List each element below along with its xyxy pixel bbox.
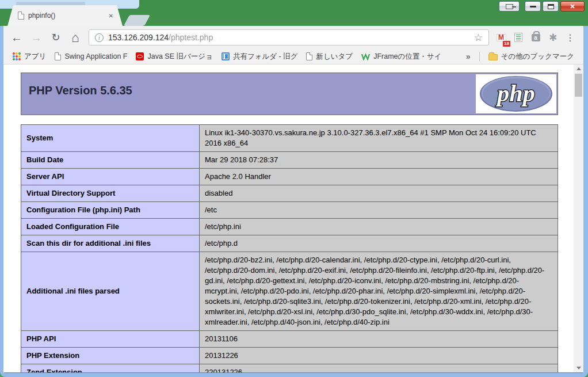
oracle-icon <box>136 52 144 60</box>
table-row: Scan this dir for additional .ini files/… <box>21 235 558 252</box>
table-row: Server APIApache 2.0 Handler <box>21 169 558 185</box>
bookmark-item[interactable]: 新しいタブ <box>303 51 356 63</box>
phpinfo-table: SystemLinux ik1-340-30370.vs.sakura.ne.j… <box>21 124 558 372</box>
table-row: Additional .ini files parsed/etc/php.d/2… <box>21 252 558 331</box>
scroll-down-button[interactable] <box>574 364 583 372</box>
php-logo-text: php <box>495 80 534 106</box>
forward-icon: → <box>30 31 42 44</box>
bookmark-item[interactable]: 共有フォルダ - 旧グ <box>218 51 301 63</box>
table-row: Virtual Directory Supportdisabled <box>21 185 558 202</box>
kebab-menu-icon: ⋮ <box>566 32 575 43</box>
bookmarks-bar: アプリ Swing Application F Java SE 旧バージョ 共有… <box>3 49 583 64</box>
phpinfo-content: PHP Version 5.6.35 php SystemLinux ik1-3… <box>21 73 558 372</box>
browser-window: ← → ↻ ⌂ i 153.126.209.124/phptest.php ☆ … <box>0 26 588 377</box>
shopping-extension-button[interactable]: a <box>528 30 543 45</box>
tab-title: phpinfo() <box>28 12 105 20</box>
table-row: SystemLinux ik1-340-30370.vs.sakura.ne.j… <box>21 125 558 152</box>
browser-tab[interactable]: phpinfo() ✕ <box>7 5 123 26</box>
phpinfo-header: PHP Version 5.6.35 php <box>21 73 558 115</box>
window-controls: ✕ <box>499 1 585 12</box>
browser-titlebar: ✕ phpinfo() ✕ <box>0 0 588 26</box>
table-row: Configuration File (php.ini) Path/etc <box>21 202 558 219</box>
table-row: Loaded Configuration File/etc/php.ini <box>21 219 558 235</box>
table-row: Build DateMar 29 2018 07:28:37 <box>21 152 558 169</box>
new-tab-button[interactable] <box>124 15 150 26</box>
bookmark-item[interactable]: Java SE 旧バージョ <box>132 51 216 63</box>
scrollbar-thumb[interactable] <box>575 74 582 97</box>
browser-toolbar: ← → ↻ ⌂ i 153.126.209.124/phptest.php ☆ … <box>3 26 583 49</box>
list-extension-button[interactable] <box>511 30 526 45</box>
php-logo: php <box>476 74 556 113</box>
tab-favicon-page-icon <box>18 12 24 20</box>
close-icon: ✕ <box>570 3 575 10</box>
url-path: /phptest.php <box>169 33 213 42</box>
shopping-bag-icon: a <box>532 34 540 41</box>
bookmark-label: Swing Application F <box>64 52 127 60</box>
table-row: Zend Extension220131226 <box>21 364 558 373</box>
other-bookmarks-button[interactable]: その他のブックマーク <box>485 51 578 63</box>
tab-close-icon[interactable]: ✕ <box>109 13 113 19</box>
page-icon <box>306 52 312 60</box>
other-bookmarks-label: その他のブックマーク <box>501 52 574 62</box>
scroll-up-button[interactable] <box>574 64 583 73</box>
reload-icon: ↻ <box>51 31 60 44</box>
desktop: ✕ phpinfo() ✕ ← → ↻ ⌂ i 153.126.209.124/… <box>0 0 588 377</box>
close-window-button[interactable]: ✕ <box>560 1 585 12</box>
reload-button[interactable]: ↻ <box>47 29 64 46</box>
bookmark-label: Java SE 旧バージョ <box>147 52 212 62</box>
list-document-icon <box>514 33 522 42</box>
page-info-icon[interactable]: i <box>95 33 104 42</box>
bookmark-label: JFrameの位置・サイ <box>373 52 441 62</box>
gmail-extension-button[interactable]: M 18 <box>494 30 509 45</box>
page-icon <box>55 52 61 60</box>
table-row: PHP API20131106 <box>21 331 558 348</box>
antivirus-icon: ✱ <box>549 32 557 44</box>
star-icon: ☆ <box>474 32 483 43</box>
folder-icon <box>488 54 498 60</box>
apps-shortcut[interactable]: アプリ <box>9 51 49 63</box>
url-host: 153.126.209.124 <box>108 33 169 42</box>
bookmarks-overflow-button[interactable]: » <box>463 52 474 61</box>
apps-grid-icon <box>13 52 21 60</box>
maximize-icon <box>548 4 554 9</box>
blue-grid-icon <box>222 52 230 60</box>
url-text[interactable]: 153.126.209.124/phptest.php <box>108 33 469 42</box>
bookmark-star-button[interactable]: ☆ <box>474 32 483 44</box>
home-button[interactable]: ⌂ <box>67 29 84 46</box>
bookmarks-divider <box>479 52 480 61</box>
minimize-button[interactable] <box>525 1 541 12</box>
back-icon: ← <box>11 31 22 44</box>
antivirus-extension-button[interactable]: ✱ <box>545 30 560 45</box>
bookmark-label: 新しいタブ <box>316 52 353 62</box>
jframe-icon <box>361 53 370 60</box>
utility-window-button[interactable] <box>499 1 520 12</box>
home-icon: ⌂ <box>71 30 79 45</box>
apps-label: アプリ <box>24 52 46 62</box>
back-button[interactable]: ← <box>8 29 25 46</box>
table-row: PHP Extension20131226 <box>21 348 558 364</box>
triangle-down-icon <box>576 367 581 370</box>
bookmark-label: 共有フォルダ - 旧グ <box>233 52 298 62</box>
bookmark-item[interactable]: Swing Application F <box>51 51 131 62</box>
bookmark-item[interactable]: JFrameの位置・サイ <box>358 51 445 63</box>
maximize-button[interactable] <box>543 1 559 12</box>
gmail-badge: 18 <box>503 41 510 47</box>
forward-button[interactable]: → <box>28 29 45 46</box>
page-viewport: PHP Version 5.6.35 php SystemLinux ik1-3… <box>3 64 583 372</box>
address-bar[interactable]: i 153.126.209.124/phptest.php ☆ <box>89 29 489 45</box>
minimize-icon <box>530 6 536 7</box>
triangle-up-icon <box>576 67 581 70</box>
vertical-scrollbar[interactable] <box>574 64 583 372</box>
chrome-menu-button[interactable]: ⋮ <box>563 30 578 45</box>
utility-icon <box>506 4 513 9</box>
gmail-icon: M <box>497 34 506 41</box>
